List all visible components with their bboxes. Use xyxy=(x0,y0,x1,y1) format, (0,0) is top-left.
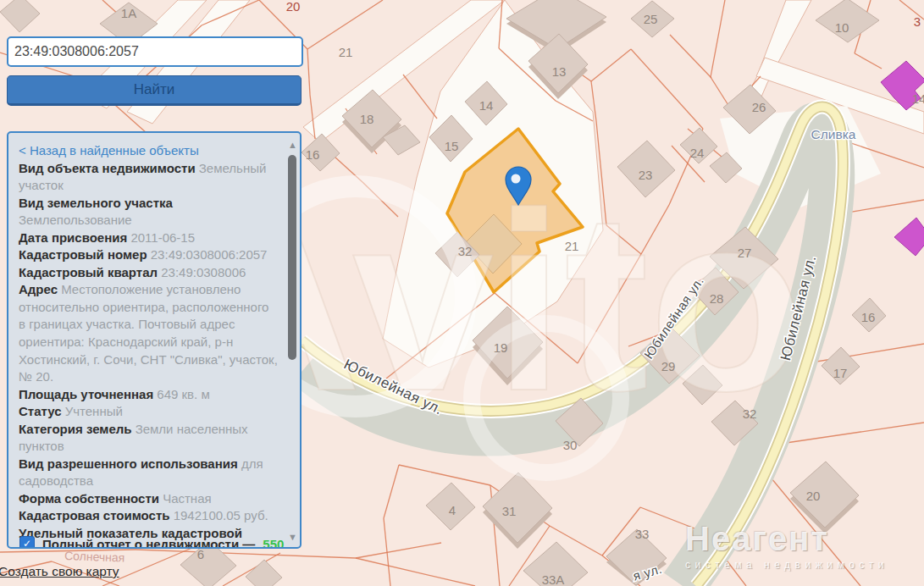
pin-dot xyxy=(512,174,521,184)
field-status: Статус Учтенный xyxy=(19,403,278,421)
field-label: Дата присвоения xyxy=(19,230,127,245)
field-label: Вид объекта недвижимости xyxy=(19,161,196,175)
parcel-label: 30 xyxy=(563,438,578,452)
field-cadastral-number: Кадастровый номер 23:49:0308006:2057 xyxy=(19,246,278,264)
parcel-label: 3 xyxy=(914,14,921,29)
field-land-category: Категория земель Земли населенных пункто… xyxy=(19,421,278,456)
parcel-label: 23 xyxy=(639,168,653,182)
scroll-down-icon[interactable]: ▼ xyxy=(288,532,297,542)
field-label: Кадастровый номер xyxy=(19,247,147,262)
parcel-label: 17 xyxy=(833,366,848,380)
field-label: Форма собственности xyxy=(19,491,159,506)
parcel-label: 1А xyxy=(121,6,136,20)
field-value: Частная xyxy=(163,491,211,506)
field-label: Статус xyxy=(19,404,62,418)
field-value: 2011-06-15 xyxy=(130,230,195,245)
parcel-label: 15 xyxy=(445,139,459,153)
field-label: Адрес xyxy=(19,282,58,296)
field-label: Кадастровая стоимость xyxy=(19,508,170,522)
parcel-label: 10 xyxy=(835,20,849,35)
field-object-type: Вид объекта недвижимости Земельный участ… xyxy=(19,160,278,195)
parcel-label: 21 xyxy=(339,45,353,59)
full-report-row: ✓ Полный отчет о недвижимости — 550 xyxy=(19,536,284,549)
cadastral-search-input[interactable] xyxy=(7,36,303,67)
parcel-label: 25 xyxy=(644,12,658,26)
field-value: 23:49:0308006:2057 xyxy=(151,247,268,262)
parcel-label: 14 xyxy=(912,91,924,106)
field-value: Местоположение установлено относительно … xyxy=(19,282,278,384)
parcel-label: 16 xyxy=(306,147,320,162)
parcel-label: 28 xyxy=(710,291,724,306)
parcel-label: 24 xyxy=(690,146,705,160)
parcel-label: 21 xyxy=(565,239,579,253)
field-value: Землепользование xyxy=(19,213,132,227)
field-label: Категория земель xyxy=(19,422,131,436)
parcel-label: 33 xyxy=(635,527,650,541)
field-value: 23:49:0308006 xyxy=(161,265,246,279)
object-info-content: < Назад в найденные объекты Вид объекта … xyxy=(8,133,300,549)
street-label-solnechnaya: Солнечная xyxy=(64,549,125,564)
parcel-label: 20 xyxy=(806,489,821,503)
full-report-checkbox[interactable]: ✓ xyxy=(19,536,35,549)
scroll-up-icon[interactable]: ▲ xyxy=(288,140,297,150)
parcel-label: 27 xyxy=(738,246,752,260)
field-label: Площадь уточненная xyxy=(19,387,153,401)
parcel-label: 32 xyxy=(458,244,473,258)
field-label: Вид земельного участка xyxy=(19,196,173,210)
field-value: 1942100.05 руб. xyxy=(174,508,268,522)
field-cadastral-block: Кадастровый квартал 23:49:0308006 xyxy=(19,264,278,282)
parcel-label: 29 xyxy=(661,359,676,373)
field-label: Кадастровый квартал xyxy=(19,265,158,279)
hamlet-label-slivka: Сливка xyxy=(811,127,856,141)
object-info-panel: < Назад в найденные объекты Вид объекта … xyxy=(7,131,302,549)
parcel-label: 33А xyxy=(542,572,565,586)
full-report-price: 550 xyxy=(263,537,284,550)
field-address: Адрес Местоположение установлено относит… xyxy=(19,281,278,385)
scrollbar-thumb[interactable] xyxy=(288,155,296,360)
parcel-label: 18 xyxy=(360,112,374,126)
field-area: Площадь уточненная 649 кв. м xyxy=(19,386,278,404)
parcel-label: 4 xyxy=(449,503,456,517)
field-date-assigned: Дата присвоения 2011-06-15 xyxy=(19,229,278,247)
parcel-label: 13 xyxy=(552,64,567,79)
field-permitted-use: Вид разрешенного использования для садов… xyxy=(19,456,278,490)
field-parcel-type: Вид земельного участка Землепользование xyxy=(19,195,278,229)
full-report-label: Полный отчет о недвижимости — xyxy=(42,537,255,550)
field-ownership: Форма собственности Частная xyxy=(19,490,278,508)
field-label: Вид разрешенного использования xyxy=(19,456,238,471)
find-button[interactable]: Найти xyxy=(7,75,302,106)
parcel-label: 20 xyxy=(286,0,301,14)
parcel-label: 14 xyxy=(479,98,494,113)
field-value: Учтенный xyxy=(65,404,123,418)
parcel-label: 19 xyxy=(494,340,508,355)
parcel-label: 26 xyxy=(752,100,766,114)
parcel-label: 31 xyxy=(502,504,517,518)
cadastral-map-app: Avito Юбилейная ул. Юбилейная ул. Юбилей… xyxy=(0,0,924,586)
create-map-link[interactable]: Создать свою карту xyxy=(0,564,119,579)
back-to-results-link[interactable]: < Назад в найденные объекты xyxy=(19,142,199,160)
field-cadastral-value: Кадастровая стоимость 1942100.05 руб. xyxy=(19,507,278,525)
field-value: 649 кв. м xyxy=(157,387,209,401)
parcel-label: 6 xyxy=(197,547,204,561)
parcel-label: 16 xyxy=(861,310,876,324)
parcel-label: 32 xyxy=(743,406,757,421)
